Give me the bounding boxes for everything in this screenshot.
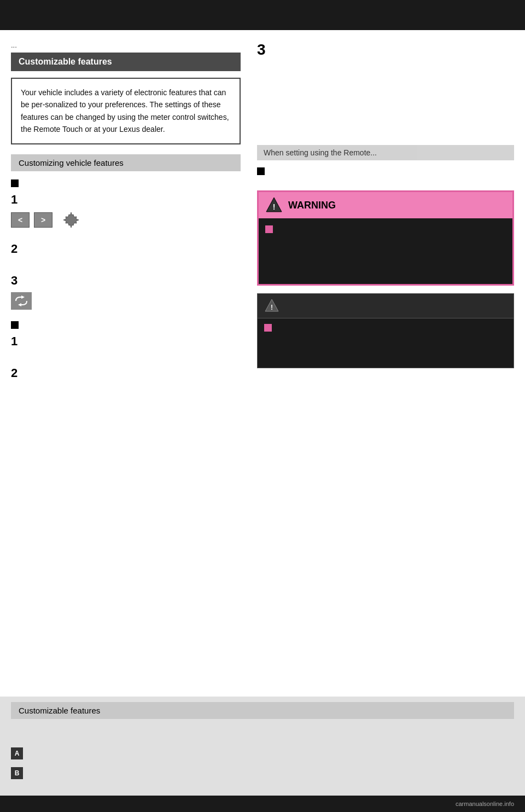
caution-bullet-row	[264, 324, 507, 332]
label-a-row: A	[11, 747, 514, 759]
nav-left-btn[interactable]: <	[11, 212, 30, 228]
svg-text:!: !	[273, 202, 276, 211]
step-3-block: 3	[11, 274, 241, 312]
step-1-content: < >	[11, 207, 221, 234]
caution-body	[258, 318, 514, 368]
warning-body	[259, 218, 512, 284]
bullet-row-1	[11, 178, 241, 187]
svg-text:!: !	[271, 304, 273, 311]
customizing-vehicle-heading: Customizing vehicle features	[11, 154, 241, 171]
label-b: B	[11, 767, 23, 779]
right-spacer	[257, 79, 514, 145]
warning-title: WARNING	[288, 200, 336, 211]
caution-box: !	[257, 293, 514, 368]
content-area: ... Customizable features Your vehicle i…	[0, 30, 525, 691]
footer-url: carmanualsonline.info	[456, 801, 514, 807]
right-bullet-square	[257, 167, 265, 175]
step-1-block: 1 < >	[11, 193, 241, 234]
right-step-3-number: 3	[257, 41, 270, 59]
step-3-content	[11, 288, 221, 312]
info-box: Your vehicle includes a variety of elect…	[11, 78, 241, 144]
right-spacer-2	[257, 179, 514, 190]
bullet-square-1	[11, 179, 19, 187]
top-bar	[0, 0, 525, 30]
ellipsis-text: ...	[11, 41, 241, 49]
sub-step-1-block: 1	[11, 334, 241, 358]
step-1-number: 1	[11, 193, 24, 207]
warning-bullet-square	[265, 225, 273, 233]
warning-box: ! WARNING	[257, 190, 514, 286]
caution-bullet-square	[264, 324, 272, 332]
bottom-content-spacer	[11, 726, 514, 747]
right-bullet-row	[257, 166, 514, 175]
info-box-text: Your vehicle includes a variety of elect…	[21, 86, 231, 136]
sub-step-1-number: 1	[11, 334, 24, 349]
sub-step-2-number: 2	[11, 366, 24, 380]
partial-heading: When setting using the Remote...	[257, 145, 514, 160]
warning-header: ! WARNING	[259, 192, 512, 218]
gear-icon	[61, 210, 81, 230]
caution-triangle-icon: !	[264, 298, 279, 314]
bullet-square-2	[11, 321, 19, 329]
left-column: ... Customizable features Your vehicle i…	[0, 36, 252, 686]
step-2-block: 2	[11, 242, 241, 266]
page-container: ... Customizable features Your vehicle i…	[0, 0, 525, 812]
bullet-row-2	[11, 320, 241, 329]
warning-triangle-icon: !	[265, 196, 283, 214]
label-b-row: B	[11, 767, 514, 779]
nav-right-btn[interactable]: >	[34, 212, 52, 228]
right-column: 3 When setting using the Remote...	[252, 36, 525, 686]
caution-header: !	[258, 294, 514, 318]
reset-icon	[11, 292, 32, 310]
footer-area: carmanualsonline.info	[0, 796, 525, 812]
warning-bullet-row-1	[265, 224, 506, 233]
sub-step-2-block: 2	[11, 366, 241, 390]
icon-row: < >	[11, 210, 221, 230]
right-step-3-block: 3	[257, 41, 514, 68]
label-a: A	[11, 747, 23, 759]
bottom-customizable-heading: Customizable features	[11, 702, 514, 719]
step-3-number: 3	[11, 274, 24, 288]
step-2-number: 2	[11, 242, 24, 256]
customizable-features-heading: Customizable features	[11, 53, 241, 71]
bottom-section: Customizable features A B	[0, 697, 525, 796]
